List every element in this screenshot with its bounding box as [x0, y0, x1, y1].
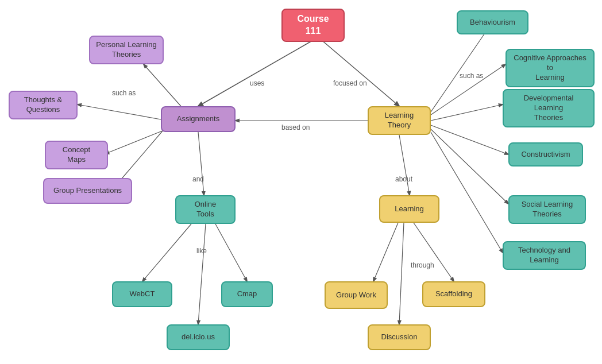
node-cmap: Cmap — [221, 281, 273, 307]
svg-line-18 — [431, 125, 508, 154]
edge-label-6: such as — [460, 72, 483, 80]
svg-line-15 — [431, 22, 492, 112]
node-learningTheory: LearningTheory — [368, 106, 431, 135]
node-assignments: Assignments — [161, 106, 236, 132]
node-constructivism: Constructivism — [508, 142, 583, 166]
svg-line-1 — [322, 40, 399, 106]
node-scaffolding: Scaffolding — [422, 281, 485, 307]
edge-label-4: and — [192, 175, 204, 183]
node-behaviourism: Behaviourism — [457, 10, 528, 34]
node-socialLearning: Social LearningTheories — [508, 195, 586, 224]
node-thoughtsQuestions: Thoughts &Questions — [9, 91, 78, 119]
svg-line-12 — [373, 223, 398, 281]
mind-map: Course111AssignmentsLearningTheoryPerson… — [0, 0, 602, 364]
node-personalLearning: Personal LearningTheories — [89, 36, 164, 64]
node-delicious: del.icio.us — [167, 324, 230, 350]
svg-line-10 — [198, 224, 206, 324]
node-webct: WebCT — [112, 281, 172, 307]
svg-line-3 — [78, 104, 161, 119]
node-learning: Learning — [379, 195, 439, 223]
svg-line-6 — [198, 132, 204, 195]
edge-label-5: like — [196, 247, 207, 255]
svg-line-4 — [105, 129, 167, 154]
node-groupWork: Group Work — [325, 281, 388, 309]
svg-line-19 — [431, 129, 508, 204]
svg-line-20 — [431, 132, 503, 253]
svg-line-2 — [144, 64, 181, 106]
edge-label-0: uses — [250, 79, 264, 87]
node-course: Course111 — [281, 9, 345, 42]
svg-line-14 — [399, 223, 404, 324]
svg-line-11 — [399, 135, 410, 195]
svg-line-0 — [198, 40, 313, 106]
edge-label-3: based on — [281, 123, 310, 131]
svg-line-16 — [431, 64, 505, 115]
node-cognitiveApproaches: Cognitive Approaches toLearning — [505, 49, 595, 87]
node-groupPresentations: Group Presentations — [43, 178, 132, 204]
node-discussion: Discussion — [368, 324, 431, 350]
svg-line-9 — [215, 224, 247, 281]
node-technologyLearning: Technology andLearning — [503, 241, 586, 270]
svg-line-8 — [142, 224, 191, 281]
svg-line-17 — [431, 104, 503, 121]
svg-line-13 — [414, 223, 454, 281]
node-developmentalLearning: Developmental LearningTheories — [503, 89, 595, 127]
edge-label-1: focused on — [333, 79, 367, 87]
node-conceptMaps: ConceptMaps — [45, 141, 108, 169]
node-onlineTools: OnlineTools — [175, 195, 236, 224]
edge-label-7: about — [395, 175, 412, 183]
edge-label-2: such as — [112, 89, 136, 97]
edge-label-8: through — [411, 261, 434, 269]
